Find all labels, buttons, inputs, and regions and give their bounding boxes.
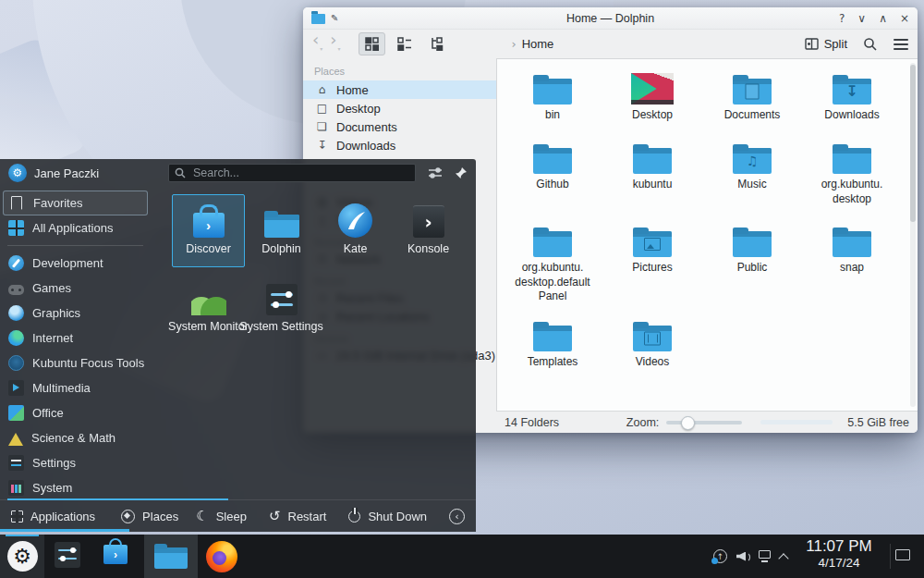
favorite-system-monitor[interactable]: System Monitor <box>172 272 245 345</box>
breadcrumb[interactable]: › Home <box>511 37 553 51</box>
scrollbar-thumb[interactable] <box>910 65 916 222</box>
launcher-footer: Applications Places ☾ Sleep ↺ Restart Sh… <box>0 499 476 532</box>
folder-view[interactable]: bin Desktop Documents ↧ Downloads Github… <box>496 58 918 411</box>
tray-network[interactable] <box>759 535 773 578</box>
sidebar-item-science-math[interactable]: Science & Math <box>0 425 151 450</box>
settings-icon <box>8 455 24 471</box>
taskbar-firefox[interactable] <box>206 541 237 572</box>
folder-documents[interactable]: Documents <box>702 73 802 123</box>
folder-desktop[interactable]: Desktop <box>602 73 702 123</box>
place-desktop[interactable]: □ Desktop <box>303 99 496 117</box>
menu-icon[interactable] <box>894 39 908 50</box>
search-input[interactable] <box>191 166 409 180</box>
sidebar-item-games[interactable]: Games <box>0 276 151 301</box>
minimize-button[interactable]: ∨ <box>857 7 866 30</box>
active-tab-indicator <box>0 529 129 532</box>
place-home[interactable]: ⌂ Home <box>303 80 496 99</box>
folder-downloads[interactable]: ↧ Downloads <box>802 73 902 123</box>
sidebar-item-internet[interactable]: Internet <box>0 326 151 350</box>
folder-org-kubuntu-desktop[interactable]: org.kubuntu. desktop <box>802 142 902 206</box>
launcher-sidebar: Favorites All Applications Development G… <box>0 191 151 499</box>
sidebar-item-system[interactable]: System <box>0 475 151 500</box>
system-monitor-icon <box>191 288 226 315</box>
back-button[interactable]: ‹▾ <box>312 31 322 58</box>
configure-icon[interactable] <box>428 166 443 179</box>
place-documents[interactable]: ❏ Documents <box>303 117 496 136</box>
folder-pictures[interactable]: Pictures <box>602 226 702 276</box>
sidebar-item-graphics[interactable]: Graphics <box>0 301 151 326</box>
folder-default-panel[interactable]: org.kubuntu. desktop.default Panel <box>503 226 602 304</box>
search-box[interactable] <box>168 164 416 182</box>
shutdown-button[interactable]: Shut Down <box>348 510 427 523</box>
pin-icon[interactable] <box>455 166 468 179</box>
folder-icon <box>833 144 871 174</box>
collapse-chevron-icon[interactable]: ‹ <box>449 509 465 524</box>
folder-github[interactable]: Github <box>503 142 602 192</box>
clock-time: 11:07 PM <box>791 537 887 556</box>
taskbar-launcher-button[interactable]: ⚙ <box>0 535 44 578</box>
zoom-slider-handle[interactable] <box>681 416 695 430</box>
maximize-button[interactable]: ∧ <box>879 7 887 30</box>
forward-button[interactable]: ›▾ <box>330 31 340 58</box>
multimedia-icon <box>8 380 24 396</box>
favorite-kate[interactable]: Kate <box>319 194 392 267</box>
folder-snap[interactable]: snap <box>802 226 902 276</box>
taskbar: ⚙ › ↑ 11:07 PM 4/17/24 <box>0 535 924 578</box>
dolphin-icon <box>264 211 299 238</box>
sidebar-item-settings[interactable]: Settings <box>0 450 151 475</box>
sleep-button[interactable]: ☾ Sleep <box>196 508 247 524</box>
favorite-discover[interactable]: › Discover <box>172 194 245 267</box>
close-button[interactable]: × <box>900 7 909 30</box>
sidebar-item-kubuntu-focus-tools[interactable]: Kubuntu Focus Tools <box>0 350 151 375</box>
applications-grid-icon <box>11 510 23 523</box>
tray-volume[interactable] <box>736 535 752 578</box>
tree-view-button[interactable] <box>423 32 450 55</box>
search-icon[interactable] <box>863 37 878 52</box>
sidebar-item-development[interactable]: Development <box>0 251 151 276</box>
apps-grid-icon <box>8 220 24 236</box>
favorite-system-settings[interactable]: System Settings <box>245 272 318 345</box>
folder-icon <box>633 228 672 257</box>
split-button[interactable]: Split <box>805 37 847 51</box>
sidebar-item-all-applications[interactable]: All Applications <box>0 215 151 240</box>
folder-music[interactable]: ♫ Music <box>702 142 802 192</box>
help-button[interactable]: ? <box>839 7 845 30</box>
folder-public[interactable]: Public <box>702 226 802 276</box>
restart-button[interactable]: ↺ Restart <box>269 508 326 524</box>
folder-icon <box>633 144 672 174</box>
place-downloads[interactable]: ↧ Downloads <box>303 136 496 154</box>
breadcrumb-chevron-icon: › <box>511 37 516 51</box>
favorite-dolphin[interactable]: Dolphin <box>245 194 318 267</box>
clock-date: 4/17/24 <box>791 556 887 571</box>
firefox-icon <box>206 541 237 572</box>
zoom-slider[interactable] <box>666 421 742 424</box>
folder-bin[interactable]: bin <box>503 73 602 123</box>
taskbar-dolphin-task[interactable] <box>144 535 198 578</box>
taskbar-system-settings[interactable] <box>55 542 80 568</box>
documents-icon: ❏ <box>315 120 329 133</box>
sidebar-item-office[interactable]: Office <box>0 400 151 425</box>
tray-updates[interactable]: ↑ <box>713 535 727 578</box>
sidebar-item-favorites[interactable]: Favorites <box>3 191 148 215</box>
details-view-button[interactable] <box>391 32 418 55</box>
folder-videos[interactable]: Videos <box>602 320 702 370</box>
show-desktop-button[interactable] <box>895 549 910 560</box>
icons-view-button[interactable] <box>359 32 385 55</box>
user-avatar[interactable]: ⚙ <box>8 164 27 182</box>
breadcrumb-location[interactable]: Home <box>522 37 554 51</box>
konsole-icon: › <box>413 205 444 238</box>
tab-applications[interactable]: Applications <box>11 510 95 523</box>
sidebar-item-multimedia[interactable]: Multimedia <box>0 375 151 400</box>
taskbar-discover[interactable]: › <box>103 545 128 564</box>
folder-kubuntu[interactable]: kubuntu <box>602 142 702 192</box>
tray-expand[interactable] <box>780 535 787 578</box>
favorite-konsole[interactable]: › Konsole <box>392 194 465 267</box>
statusbar: 14 Folders Zoom: 5.5 GiB free <box>496 411 918 433</box>
kubuntu-logo-icon: ⚙ <box>7 541 38 572</box>
folder-templates[interactable]: Templates <box>503 320 602 370</box>
titlebar[interactable]: ✎ Home — Dolphin ? ∨ ∧ × <box>303 7 918 30</box>
games-icon <box>8 285 24 295</box>
window-title: Home — Dolphin <box>303 12 918 25</box>
tab-places[interactable]: Places <box>121 510 178 523</box>
clock[interactable]: 11:07 PM 4/17/24 <box>791 537 887 571</box>
